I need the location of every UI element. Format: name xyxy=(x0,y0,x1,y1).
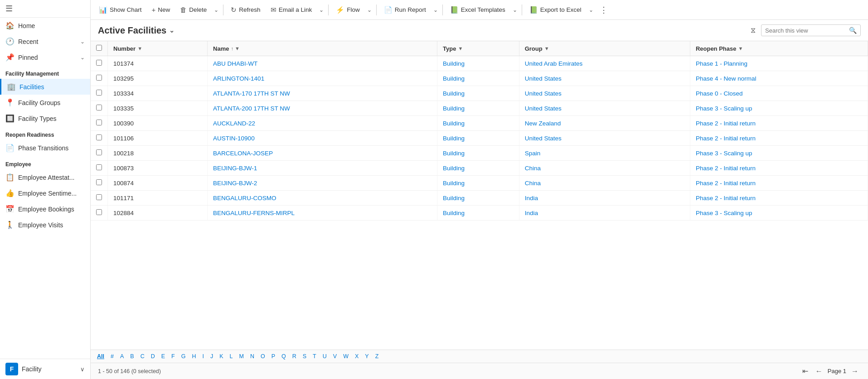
alpha-btn-i[interactable]: I xyxy=(199,352,206,361)
flow-chevron-button[interactable]: ⌄ xyxy=(365,4,373,16)
cell-type-3[interactable]: Building xyxy=(437,101,519,116)
row-check-8[interactable] xyxy=(91,176,108,191)
alpha-btn-m[interactable]: M xyxy=(236,352,246,361)
toolbar-more-button[interactable]: ⋮ xyxy=(596,2,611,18)
alpha-btn-z[interactable]: Z xyxy=(373,352,382,361)
cell-group-8[interactable]: China xyxy=(519,176,690,191)
excel-templates-button[interactable]: 📗 Excel Templates xyxy=(446,3,510,17)
cell-reopen-2[interactable]: Phase 0 - Closed xyxy=(690,86,868,101)
cell-name-9[interactable]: BENGALURU-COSMO xyxy=(208,191,437,206)
alpha-btn-s[interactable]: S xyxy=(300,352,309,361)
alpha-btn-g[interactable]: G xyxy=(179,352,189,361)
alpha-btn-q[interactable]: Q xyxy=(279,352,289,361)
cell-type-5[interactable]: Building xyxy=(437,131,519,146)
cell-name-3[interactable]: ATLANTA-200 17TH ST NW xyxy=(208,101,437,116)
cell-group-7[interactable]: China xyxy=(519,161,690,176)
delete-button[interactable]: 🗑 Delete xyxy=(175,3,211,16)
sort-icon-group[interactable]: ▼ xyxy=(544,46,549,51)
alpha-btn-#[interactable]: # xyxy=(108,352,116,361)
cell-group-9[interactable]: India xyxy=(519,191,690,206)
alpha-btn-a[interactable]: A xyxy=(117,352,126,361)
excel-templates-chevron-button[interactable]: ⌄ xyxy=(511,4,519,16)
search-input[interactable] xyxy=(765,27,846,34)
cell-group-5[interactable]: United States xyxy=(519,131,690,146)
cell-group-10[interactable]: India xyxy=(519,206,690,221)
alpha-btn-o[interactable]: O xyxy=(258,352,268,361)
cell-name-0[interactable]: ABU DHABI-WT xyxy=(208,56,437,71)
cell-type-4[interactable]: Building xyxy=(437,116,519,131)
cell-group-4[interactable]: New Zealand xyxy=(519,116,690,131)
flow-button[interactable]: ⚡ Flow xyxy=(331,3,364,17)
alpha-btn-h[interactable]: H xyxy=(189,352,199,361)
row-check-9[interactable] xyxy=(91,191,108,206)
alpha-btn-d[interactable]: D xyxy=(148,352,158,361)
cell-group-6[interactable]: Spain xyxy=(519,146,690,161)
sort-icon-name[interactable]: ↑ ▼ xyxy=(231,46,240,51)
sidebar-item-pinned[interactable]: 📌 Pinned ⌄ xyxy=(0,49,90,65)
sidebar-item-employee-visits[interactable]: 🚶 Employee Visits xyxy=(0,217,90,233)
cell-name-7[interactable]: BEIJING-BJW-1 xyxy=(208,161,437,176)
cell-reopen-4[interactable]: Phase 2 - Initial return xyxy=(690,116,868,131)
show-chart-button[interactable]: 📊 Show Chart xyxy=(94,3,146,17)
cell-group-3[interactable]: United States xyxy=(519,101,690,116)
cell-reopen-1[interactable]: Phase 4 - New normal xyxy=(690,71,868,86)
sidebar-item-employee-sentiment[interactable]: 👍 Employee Sentime... xyxy=(0,185,90,201)
cell-type-6[interactable]: Building xyxy=(437,146,519,161)
sort-icon-type[interactable]: ▼ xyxy=(458,46,463,51)
row-check-1[interactable] xyxy=(91,71,108,86)
row-check-0[interactable] xyxy=(91,56,108,71)
cell-type-9[interactable]: Building xyxy=(437,191,519,206)
alpha-btn-b[interactable]: B xyxy=(127,352,136,361)
alpha-btn-all[interactable]: All xyxy=(94,352,107,361)
prev-page-button[interactable]: ← xyxy=(813,366,825,376)
cell-reopen-6[interactable]: Phase 3 - Scaling up xyxy=(690,146,868,161)
cell-type-7[interactable]: Building xyxy=(437,161,519,176)
cell-reopen-0[interactable]: Phase 1 - Planning xyxy=(690,56,868,71)
run-report-chevron-button[interactable]: ⌄ xyxy=(432,4,440,16)
filter-icon[interactable]: ⧖ xyxy=(749,24,757,36)
sidebar-item-facility-groups[interactable]: 📍 Facility Groups xyxy=(0,95,90,110)
alpha-btn-e[interactable]: E xyxy=(159,352,168,361)
alpha-btn-n[interactable]: N xyxy=(247,352,257,361)
sidebar-item-home[interactable]: 🏠 Home xyxy=(0,18,90,34)
next-page-button[interactable]: → xyxy=(849,366,861,376)
sidebar-item-facility-types[interactable]: 🔲 Facility Types xyxy=(0,110,90,126)
alpha-btn-c[interactable]: C xyxy=(138,352,147,361)
alpha-btn-x[interactable]: X xyxy=(352,352,361,361)
alpha-btn-v[interactable]: V xyxy=(330,352,339,361)
sidebar-item-facilities[interactable]: 🏢 Facilities xyxy=(0,79,90,95)
new-button[interactable]: + New xyxy=(147,3,175,16)
alpha-btn-f[interactable]: F xyxy=(169,352,178,361)
cell-reopen-7[interactable]: Phase 2 - Initial return xyxy=(690,161,868,176)
cell-name-8[interactable]: BEIJING-BJW-2 xyxy=(208,176,437,191)
alpha-btn-p[interactable]: P xyxy=(269,352,278,361)
cell-reopen-10[interactable]: Phase 3 - Scaling up xyxy=(690,206,868,221)
cell-type-8[interactable]: Building xyxy=(437,176,519,191)
sort-icon-number[interactable]: ▼ xyxy=(137,46,142,51)
cell-reopen-9[interactable]: Phase 2 - Initial return xyxy=(690,191,868,206)
cell-reopen-8[interactable]: Phase 2 - Initial return xyxy=(690,176,868,191)
cell-type-0[interactable]: Building xyxy=(437,56,519,71)
sidebar-item-employee-bookings[interactable]: 📅 Employee Bookings xyxy=(0,201,90,217)
row-check-5[interactable] xyxy=(91,131,108,146)
select-all-checkbox[interactable] xyxy=(96,45,102,51)
cell-group-2[interactable]: United States xyxy=(519,86,690,101)
alpha-btn-r[interactable]: R xyxy=(290,352,299,361)
cell-name-4[interactable]: AUCKLAND-22 xyxy=(208,116,437,131)
cell-name-10[interactable]: BENGALURU-FERNS-MIRPL xyxy=(208,206,437,221)
row-check-7[interactable] xyxy=(91,161,108,176)
alpha-btn-w[interactable]: W xyxy=(340,352,351,361)
row-check-4[interactable] xyxy=(91,116,108,131)
alpha-btn-k[interactable]: K xyxy=(217,352,226,361)
sidebar-item-recent[interactable]: 🕐 Recent ⌄ xyxy=(0,34,90,49)
cell-reopen-5[interactable]: Phase 2 - Initial return xyxy=(690,131,868,146)
email-link-chevron-button[interactable]: ⌄ xyxy=(317,4,325,16)
alpha-btn-j[interactable]: J xyxy=(208,352,216,361)
sort-icon-reopen-phase[interactable]: ▼ xyxy=(738,46,743,51)
alpha-btn-y[interactable]: Y xyxy=(362,352,371,361)
email-link-button[interactable]: ✉ Email a Link xyxy=(266,3,317,17)
first-page-button[interactable]: ⇤ xyxy=(800,366,810,376)
cell-type-1[interactable]: Building xyxy=(437,71,519,86)
alpha-btn-t[interactable]: T xyxy=(310,352,319,361)
hamburger-icon[interactable]: ☰ xyxy=(5,4,13,14)
